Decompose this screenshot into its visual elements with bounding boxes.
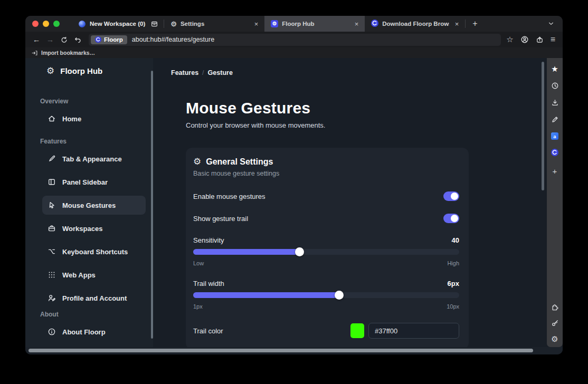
list-all-tabs-button[interactable] [539,20,563,27]
setting-row-enable-gestures: Enable mouse gestures [193,191,459,201]
site-identity-chip[interactable]: Floorp [91,35,127,44]
floorp-panel-icon[interactable] [551,149,558,158]
close-window-button[interactable] [32,21,39,27]
workspace-indicator[interactable]: New Workspace (0) [66,20,164,28]
bookmarks-icon[interactable]: ★ [551,65,558,73]
history-icon[interactable] [551,82,559,90]
gear-icon: ⚙ [193,156,201,167]
browser-window: New Workspace (0) ⚙ Settings × ⚙ Floorp … [25,16,563,354]
sidebar-item-tab-appearance[interactable]: Tab & Appearance [42,149,146,168]
zoom-window-button[interactable] [53,21,60,27]
close-tab-icon[interactable]: × [453,20,461,28]
enable-gestures-toggle[interactable] [443,191,459,201]
slider-value: 6px [448,280,459,287]
card-title-row: ⚙ General Settings [193,156,459,167]
breadcrumb-separator: / [202,69,204,76]
sidebar-item-about-floorp[interactable]: About Floorp [42,322,146,341]
sidebar-item-label: Workspaces [62,225,102,233]
show-trail-toggle[interactable] [443,214,459,223]
breadcrumb-parent[interactable]: Features [171,69,198,76]
sidebar-item-label: Keyboard Shortcuts [62,248,128,256]
import-icon [31,50,38,56]
sidebar-item-mouse-gestures[interactable]: Mouse Gestures [42,196,146,215]
import-bookmarks-button[interactable]: Import bookmarks… [41,50,95,56]
tab-settings[interactable]: ⚙ Settings × [164,16,264,32]
tab-label: Settings [181,21,249,27]
extensions-icon[interactable] [551,303,559,311]
reload-icon[interactable] [57,36,71,44]
sidebar-item-keyboard-shortcuts[interactable]: Keyboard Shortcuts [42,242,146,261]
setting-row-show-trail: Show gesture trail [193,214,459,223]
slider-thumb[interactable] [335,291,344,300]
sidebar-item-label: Home [62,115,81,123]
sensitivity-slider[interactable] [193,249,459,255]
setting-label: Enable mouse gestures [193,193,265,200]
card-subtitle: Basic mouse gesture settings [193,170,459,177]
url-bar[interactable]: Floorp about:hub#/features/gesture [89,34,501,46]
sensitivity-slider-group: Sensitivity 40 Low High [193,236,459,266]
bookmarks-bar: Import bookmarks… [25,47,563,58]
back-button[interactable]: ← [30,35,43,44]
translate-icon[interactable]: a [551,132,558,140]
add-panel-icon[interactable]: + [553,167,557,175]
briefcase-icon [48,224,56,233]
bottom-scroll-area [25,347,563,354]
sidebar-item-profile-account[interactable]: Profile and Account [42,289,146,308]
slider-fill [193,249,300,255]
bookmark-star-icon[interactable]: ☆ [506,35,513,44]
card-title: General Settings [206,157,273,167]
tab-download-floorp[interactable]: Download Floorp Browser × [365,16,465,32]
page-scrollbar[interactable] [542,62,544,190]
undo-close-tab-icon[interactable] [71,36,84,44]
new-tab-button[interactable]: + [466,19,484,28]
sidebar-item-label: Tab & Appearance [62,155,122,163]
sidebar-item-workspaces[interactable]: Workspaces [42,219,146,238]
sidebar-item-label: About Floorp [62,328,106,336]
floorp-logo-icon [371,20,378,28]
trail-color-input[interactable] [368,323,459,339]
browser-side-toolbar: ★ a + ⚙ [547,58,563,347]
gear-icon: ⚙ [46,65,54,76]
floorp-hub-favicon: ⚙ [271,20,278,27]
url-text[interactable]: about:hub#/features/gesture [132,36,214,43]
trail-color-row: Trail color [193,323,459,339]
trail-color-swatch[interactable] [350,323,364,338]
workspace-manager-icon[interactable] [150,20,158,28]
close-tab-icon[interactable]: × [252,20,261,28]
tab-floorp-hub[interactable]: ⚙ Floorp Hub × [264,16,365,32]
tab-label: Floorp Hub [282,21,348,27]
home-icon [48,114,56,123]
workspace-icon [79,21,86,27]
slider-value: 40 [452,236,459,244]
settings-gear-icon[interactable]: ⚙ [551,335,558,343]
passwords-key-icon[interactable] [551,319,559,327]
hub-main: Features / Gesture Mouse Gestures Contro… [153,58,547,347]
close-tab-icon[interactable]: × [353,20,361,28]
sidebar-item-home[interactable]: Home [42,109,146,128]
floorp-logo-icon [95,36,101,43]
tab-label: Download Floorp Browser [382,21,449,27]
sidebar-section-features: Features [40,138,153,145]
account-icon[interactable] [520,35,529,44]
panel-icon [48,178,56,186]
toolbar-right-icons: ☆ ≡ [505,35,558,44]
side-toolbar-bottom: ⚙ [551,303,559,344]
info-icon [48,328,56,336]
sidebar-item-panel-sidebar[interactable]: Panel Sidebar [42,172,146,191]
sidebar-item-label: Panel Sidebar [62,178,108,186]
sidebar-section-overview: Overview [40,98,153,105]
notes-pencil-icon[interactable] [551,116,559,123]
tab-bar: New Workspace (0) ⚙ Settings × ⚙ Floorp … [25,16,563,32]
horizontal-scrollbar[interactable] [29,349,533,352]
workspace-label: New Workspace (0) [90,21,145,27]
navigation-toolbar: ← → Floorp about:hub#/features/gesture ☆… [25,32,563,47]
sidebar-item-web-apps[interactable]: Web Apps [42,265,146,284]
downloads-icon[interactable] [551,99,559,107]
menu-icon[interactable]: ≡ [551,35,555,44]
share-icon[interactable] [536,36,544,44]
slider-thumb[interactable] [295,247,304,256]
page-subtitle: Control your browser with mouse movement… [186,121,547,129]
minimize-window-button[interactable] [43,21,49,27]
forward-button[interactable]: → [43,35,57,44]
trail-width-slider[interactable] [193,292,459,298]
